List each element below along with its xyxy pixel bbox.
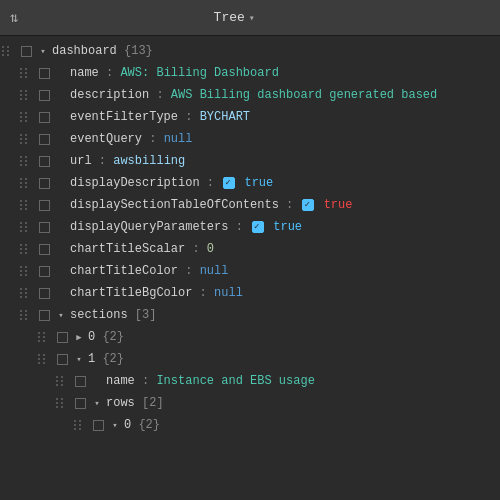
- tree-row[interactable]: ▾1 {2}: [0, 348, 500, 370]
- row-content: 0 {2}: [122, 418, 492, 432]
- checkbox-icon[interactable]: [252, 221, 264, 233]
- row-square-icon: [39, 112, 50, 123]
- tree-row[interactable]: ▾rows [2]: [0, 392, 500, 414]
- row-square-icon: [39, 288, 50, 299]
- row-content: 1 {2}: [86, 352, 492, 366]
- drag-handle-icon[interactable]: [20, 156, 30, 166]
- tree-row[interactable]: name : AWS: Billing Dashboard: [0, 62, 500, 84]
- drag-handle-icon[interactable]: [74, 420, 84, 430]
- row-square-icon: [39, 178, 50, 189]
- square-col: [18, 46, 34, 57]
- tree-row[interactable]: displayQueryParameters : true: [0, 216, 500, 238]
- toggle-col[interactable]: ▶: [72, 332, 86, 343]
- square-col: [36, 178, 52, 189]
- square-col: [90, 420, 106, 431]
- drag-handle-icon[interactable]: [20, 134, 30, 144]
- tree-row[interactable]: ▶0 {2}: [0, 326, 500, 348]
- square-col: [72, 398, 88, 409]
- drag-col: [18, 244, 36, 254]
- square-col: [36, 310, 52, 321]
- tree-row[interactable]: ▾0 {2}: [0, 414, 500, 436]
- square-col: [36, 68, 52, 79]
- row-square-icon: [93, 420, 104, 431]
- header: ⇅ Tree ▾: [0, 0, 500, 36]
- header-title[interactable]: Tree ▾: [214, 10, 255, 25]
- row-square-icon: [75, 376, 86, 387]
- square-col: [36, 134, 52, 145]
- drag-handle-icon[interactable]: [20, 310, 30, 320]
- drag-handle-icon[interactable]: [2, 46, 12, 56]
- row-content: url : awsbilling: [68, 154, 492, 168]
- row-content: eventQuery : null: [68, 132, 492, 146]
- square-col: [36, 156, 52, 167]
- drag-handle-icon[interactable]: [20, 200, 30, 210]
- row-content: sections [3]: [68, 308, 492, 322]
- row-square-icon: [39, 244, 50, 255]
- toggle-col[interactable]: ▾: [90, 398, 104, 409]
- drag-handle-icon[interactable]: [20, 244, 30, 254]
- drag-handle-icon[interactable]: [56, 398, 66, 408]
- row-square-icon: [39, 310, 50, 321]
- square-col: [54, 332, 70, 343]
- row-square-icon: [57, 354, 68, 365]
- tree-row[interactable]: chartTitleScalar : 0: [0, 238, 500, 260]
- row-square-icon: [39, 200, 50, 211]
- square-col: [36, 288, 52, 299]
- drag-col: [18, 178, 36, 188]
- row-square-icon: [39, 68, 50, 79]
- toggle-col[interactable]: ▾: [36, 46, 50, 57]
- drag-handle-icon[interactable]: [38, 332, 48, 342]
- toggle-col[interactable]: ▾: [108, 420, 122, 431]
- row-content: displaySectionTableOfContents : true: [68, 198, 492, 212]
- tree-row[interactable]: ▾dashboard {13}: [0, 40, 500, 62]
- tree-row[interactable]: description : AWS Billing dashboard gene…: [0, 84, 500, 106]
- tree-content: ▾dashboard {13}name : AWS: Billing Dashb…: [0, 36, 500, 500]
- toggle-col[interactable]: ▾: [72, 354, 86, 365]
- row-content: chartTitleColor : null: [68, 264, 492, 278]
- row-content: displayDescription : true: [68, 176, 492, 190]
- drag-col: [54, 398, 72, 408]
- row-square-icon: [57, 332, 68, 343]
- row-content: 0 {2}: [86, 330, 492, 344]
- header-controls[interactable]: ⇅: [10, 9, 18, 26]
- drag-handle-icon[interactable]: [56, 376, 66, 386]
- checkbox-icon[interactable]: [223, 177, 235, 189]
- tree-row[interactable]: name : Instance and EBS usage: [0, 370, 500, 392]
- tree-row[interactable]: chartTitleColor : null: [0, 260, 500, 282]
- row-content: name : Instance and EBS usage: [104, 374, 492, 388]
- square-col: [36, 222, 52, 233]
- row-square-icon: [39, 266, 50, 277]
- row-content: description : AWS Billing dashboard gene…: [68, 88, 492, 102]
- tree-row[interactable]: chartTitleBgColor : null: [0, 282, 500, 304]
- header-left: ⇅: [10, 9, 18, 26]
- drag-handle-icon[interactable]: [20, 68, 30, 78]
- tree-row[interactable]: ▾sections [3]: [0, 304, 500, 326]
- row-square-icon: [39, 222, 50, 233]
- move-up-icon[interactable]: ⇅: [10, 9, 18, 26]
- row-content: eventFilterType : BYCHART: [68, 110, 492, 124]
- tree-row[interactable]: displaySectionTableOfContents : true: [0, 194, 500, 216]
- tree-row[interactable]: displayDescription : true: [0, 172, 500, 194]
- drag-col: [18, 134, 36, 144]
- row-content: name : AWS: Billing Dashboard: [68, 66, 492, 80]
- drag-col: [18, 222, 36, 232]
- drag-handle-icon[interactable]: [20, 112, 30, 122]
- square-col: [36, 90, 52, 101]
- title-text: Tree: [214, 10, 245, 25]
- drag-handle-icon[interactable]: [20, 266, 30, 276]
- drag-handle-icon[interactable]: [38, 354, 48, 364]
- drag-handle-icon[interactable]: [20, 288, 30, 298]
- checkbox-icon[interactable]: [302, 199, 314, 211]
- tree-row[interactable]: eventQuery : null: [0, 128, 500, 150]
- row-content: displayQueryParameters : true: [68, 220, 492, 234]
- tree-row[interactable]: url : awsbilling: [0, 150, 500, 172]
- drag-col: [72, 420, 90, 430]
- toggle-col[interactable]: ▾: [54, 310, 68, 321]
- drag-handle-icon[interactable]: [20, 222, 30, 232]
- square-col: [36, 200, 52, 211]
- row-content: rows [2]: [104, 396, 492, 410]
- drag-col: [18, 288, 36, 298]
- tree-row[interactable]: eventFilterType : BYCHART: [0, 106, 500, 128]
- drag-handle-icon[interactable]: [20, 178, 30, 188]
- drag-handle-icon[interactable]: [20, 90, 30, 100]
